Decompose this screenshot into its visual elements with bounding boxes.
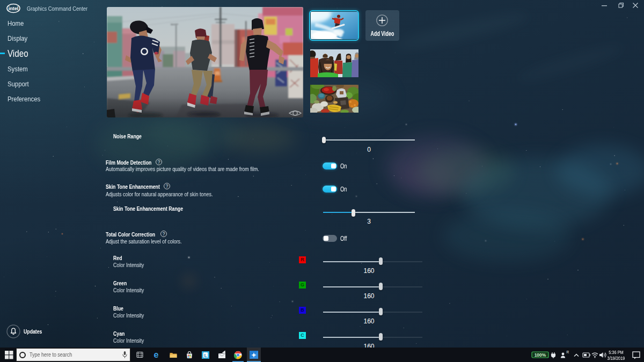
svg-text:L: L [204, 353, 207, 358]
svg-text:R: R [567, 350, 569, 354]
svg-text:100%: 100% [535, 352, 546, 358]
svg-text:intel: intel [9, 6, 19, 11]
svg-text:e: e [154, 350, 159, 359]
